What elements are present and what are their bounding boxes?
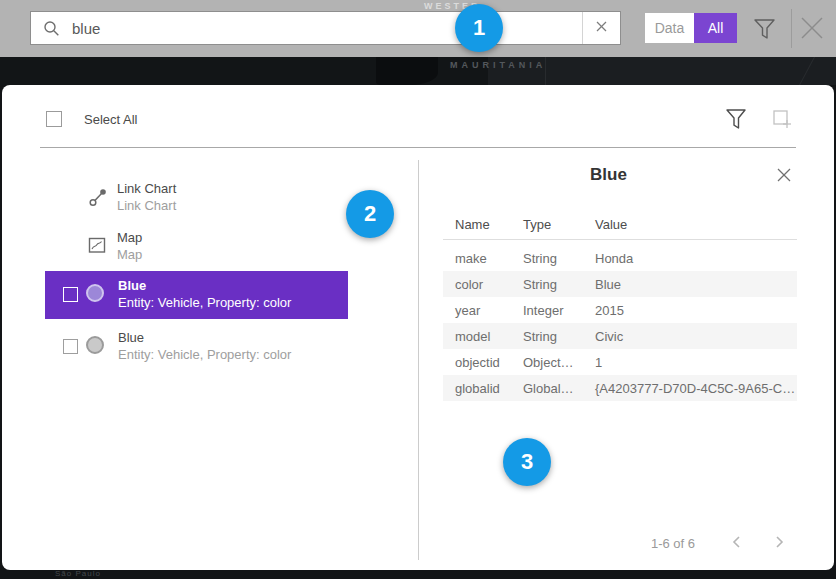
search-input[interactable] — [60, 12, 582, 44]
table-row: model String Civic — [443, 323, 797, 349]
map-background: MAURITANIA — [0, 57, 836, 85]
cell-value: 1 — [595, 355, 602, 370]
item-checkbox[interactable] — [63, 287, 78, 302]
table-row: objectid Object… 1 — [443, 349, 797, 375]
cell-name: model — [455, 329, 490, 344]
list-item-subtitle: Entity: Vehicle, Property: color — [118, 295, 291, 310]
annotation-badge-2: 2 — [346, 190, 394, 238]
annotation-badge-3: 3 — [503, 438, 551, 486]
list-item-subtitle: Entity: Vehicle, Property: color — [118, 347, 291, 362]
entity-circle-icon — [86, 336, 104, 354]
select-all-checkbox[interactable] — [46, 111, 62, 127]
list-item-blue[interactable]: Blue Entity: Vehicle, Property: color — [45, 323, 348, 371]
list-item-map[interactable]: Map Map — [45, 223, 348, 271]
table-header-divider — [443, 239, 797, 240]
cell-name: globalid — [455, 381, 500, 396]
add-selection-icon[interactable] — [769, 106, 795, 136]
cell-type: Object… — [523, 355, 574, 370]
cell-value: Civic — [595, 329, 623, 344]
table-row: make String Honda — [443, 245, 797, 271]
cell-type: String — [523, 277, 557, 292]
cell-name: objectid — [455, 355, 500, 370]
clear-search-button[interactable] — [582, 12, 620, 44]
map-label-bottom: São Paulo — [55, 569, 101, 578]
cell-value: 2015 — [595, 303, 624, 318]
data-all-toggle: Data All — [645, 13, 737, 43]
cell-value: Blue — [595, 277, 621, 292]
list-item-blue-selected[interactable]: Blue Entity: Vehicle, Property: color — [45, 271, 348, 319]
search-toolbar: WESTER Data All — [0, 0, 836, 57]
toolbar-divider — [791, 9, 792, 48]
chevron-left-icon — [731, 535, 743, 552]
cell-type: String — [523, 251, 557, 266]
cell-type: String — [523, 329, 557, 344]
map-country-shape — [376, 57, 438, 85]
close-search-icon[interactable] — [798, 14, 826, 46]
column-header-name: Name — [455, 217, 490, 232]
map-label-mauritania: MAURITANIA — [450, 60, 546, 70]
map-icon — [88, 236, 107, 259]
cell-name: color — [455, 277, 483, 292]
item-checkbox[interactable] — [63, 339, 78, 354]
entity-circle-icon — [86, 284, 104, 302]
list-item-title: Blue — [118, 278, 146, 293]
toggle-option-data[interactable]: Data — [645, 13, 694, 43]
list-item-link-chart[interactable]: Link Chart Link Chart — [45, 174, 348, 222]
link-chart-icon — [88, 187, 108, 211]
annotation-badge-1: 1 — [455, 4, 503, 52]
table-row: year Integer 2015 — [443, 297, 797, 323]
list-item-title: Map — [117, 230, 142, 245]
app-screen: MAURITANIA São Paulo WESTER — [0, 0, 836, 579]
cell-name: year — [455, 303, 480, 318]
pagination-next-button[interactable] — [768, 532, 790, 554]
filter-icon[interactable] — [752, 16, 777, 46]
cell-type: Integer — [523, 303, 563, 318]
table-row: color String Blue — [443, 271, 797, 297]
chevron-right-icon — [773, 535, 785, 552]
cell-value: Honda — [595, 251, 633, 266]
detail-close-icon[interactable] — [775, 166, 793, 188]
cell-type: Global… — [523, 381, 574, 396]
cell-value: {A4203777-D70D-4C5C-9A65-C… — [595, 381, 795, 396]
panel-filter-icon[interactable] — [724, 106, 748, 136]
column-header-value: Value — [595, 217, 627, 232]
list-item-subtitle: Link Chart — [117, 198, 176, 213]
pagination-prev-button[interactable] — [726, 532, 748, 554]
search-box — [30, 11, 621, 45]
toggle-option-all[interactable]: All — [694, 13, 737, 43]
detail-title: Blue — [420, 165, 797, 185]
table-row: globalid Global… {A4203777-D70D-4C5C-9A6… — [443, 375, 797, 401]
cell-name: make — [455, 251, 487, 266]
panel-header-divider — [40, 147, 796, 148]
select-all-label: Select All — [84, 112, 137, 127]
list-detail-divider — [418, 160, 419, 560]
column-header-type: Type — [523, 217, 551, 232]
list-item-subtitle: Map — [117, 247, 142, 262]
search-results-panel: Select All Link Chart — [2, 85, 834, 570]
pagination-label: 1-6 of 6 — [638, 536, 708, 551]
list-item-title: Blue — [118, 330, 144, 345]
list-item-title: Link Chart — [117, 181, 176, 196]
clear-x-icon — [595, 19, 608, 37]
search-icon — [31, 20, 60, 37]
